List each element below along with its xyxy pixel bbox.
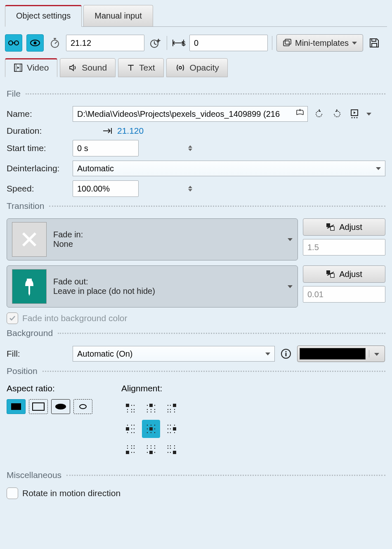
rotate-ccw-button[interactable]: [312, 107, 326, 121]
svg-point-89: [168, 428, 168, 429]
fadeout-thumb: [12, 269, 47, 304]
fadein-adjust-button[interactable]: Adjust: [303, 218, 385, 236]
svg-point-48: [134, 412, 135, 412]
fade-bg-checkbox[interactable]: [7, 312, 18, 324]
align-ml[interactable]: [121, 420, 139, 438]
tab-object-settings[interactable]: Object settings: [5, 5, 82, 27]
fill-value: Automatic (On): [77, 349, 132, 359]
link-toggle-button[interactable]: [5, 34, 22, 52]
chevron-down-icon: [352, 42, 357, 45]
svg-point-50: [147, 405, 148, 406]
eye-icon: [30, 39, 40, 47]
rotate-cw-button[interactable]: [330, 107, 344, 121]
svg-point-62: [170, 409, 171, 410]
svg-point-84: [154, 432, 155, 433]
save-button[interactable]: [367, 36, 381, 50]
align-br[interactable]: [163, 440, 181, 459]
svg-point-45: [134, 409, 135, 410]
svg-rect-36: [331, 274, 334, 277]
align-tc[interactable]: [142, 399, 160, 417]
fadein-thumb: [12, 222, 47, 257]
subtab-video[interactable]: Video: [5, 58, 57, 77]
fadeout-card[interactable]: Fade out: Leave in place (do not hide): [7, 265, 298, 308]
toolbar: s s Mini-templates: [5, 27, 387, 58]
svg-point-74: [131, 432, 132, 433]
duration-value[interactable]: 21.120: [117, 126, 144, 136]
deinterlacing-label: Deinterlacing:: [7, 163, 68, 173]
play-dots-icon: [350, 109, 361, 119]
auto-time-button[interactable]: [149, 36, 163, 50]
subtab-sound[interactable]: Sound: [60, 58, 116, 77]
speed-input[interactable]: [73, 182, 186, 195]
start-spinner[interactable]: [186, 145, 195, 151]
deinterlacing-select[interactable]: Automatic: [73, 161, 385, 176]
alignment-label: Alignment:: [121, 383, 181, 393]
aspect-fill[interactable]: [29, 399, 48, 414]
alignment-grid: [121, 399, 181, 459]
svg-rect-34: [28, 286, 30, 293]
svg-point-117: [170, 448, 171, 449]
visibility-toggle-button[interactable]: [26, 34, 44, 52]
svg-point-76: [147, 425, 148, 426]
start-time-input[interactable]: [73, 142, 186, 155]
speed-spinner[interactable]: [186, 186, 195, 192]
svg-point-83: [151, 432, 151, 433]
mini-templates-label: Mini-templates: [295, 38, 349, 48]
align-tr[interactable]: [163, 399, 181, 417]
adjust-icon: [326, 270, 335, 278]
align-tl[interactable]: [121, 399, 139, 417]
fill-label: Fill:: [7, 349, 68, 359]
svg-point-22: [179, 66, 182, 69]
aspect-stretch[interactable]: [51, 399, 70, 414]
opacity-icon: [175, 63, 186, 72]
stopwatch-button[interactable]: [48, 36, 62, 50]
fadeout-adjust-button[interactable]: Adjust: [303, 265, 385, 283]
chevron-down-icon[interactable]: [366, 113, 371, 116]
mini-templates-dropdown[interactable]: Mini-templates: [276, 34, 363, 52]
fadein-card[interactable]: Fade in: None: [7, 218, 298, 260]
chevron-down-icon: [288, 285, 293, 288]
align-mc[interactable]: [142, 420, 160, 438]
stopwatch-icon: [49, 37, 61, 49]
svg-rect-32: [326, 223, 330, 227]
align-bc[interactable]: [142, 440, 160, 459]
play-settings-button[interactable]: [348, 107, 362, 121]
check-icon: [9, 315, 16, 322]
pin-icon: [21, 276, 38, 297]
main-tab-bar: Object settings Manual input: [5, 5, 387, 27]
fill-select[interactable]: Automatic (On): [73, 346, 275, 362]
svg-point-109: [154, 448, 155, 449]
svg-point-91: [168, 432, 168, 433]
info-button[interactable]: [279, 347, 293, 361]
section-background: Background: [7, 328, 385, 338]
name-input[interactable]: [73, 106, 308, 122]
width-arrows-icon: [172, 39, 184, 47]
rotate-motion-checkbox[interactable]: [7, 487, 18, 499]
svg-point-102: [134, 452, 135, 453]
svg-rect-67: [126, 427, 129, 431]
svg-point-118: [174, 448, 175, 449]
svg-point-79: [147, 428, 148, 429]
fadeout-label: Fade out:: [53, 277, 281, 286]
aspect-crop[interactable]: [73, 399, 92, 414]
align-mr[interactable]: [163, 420, 181, 438]
subtab-opacity[interactable]: Opacity: [166, 58, 228, 77]
content: File Name: Duration: 21.120 Start time: …: [5, 77, 387, 511]
color-picker[interactable]: [297, 345, 385, 362]
aspect-fit[interactable]: [7, 399, 26, 414]
subtab-text[interactable]: Text: [118, 58, 164, 77]
svg-line-8: [55, 42, 57, 44]
adjust-label: Adjust: [339, 222, 362, 232]
offset-icon-button[interactable]: [171, 36, 185, 50]
align-bl[interactable]: [121, 440, 139, 459]
svg-point-65: [170, 412, 171, 412]
rotate-motion-label: Rotate in motion direction: [22, 488, 120, 498]
svg-rect-39: [286, 353, 287, 356]
svg-point-73: [127, 432, 128, 433]
text-icon: [127, 64, 135, 72]
link-icon: [8, 39, 19, 47]
svg-point-106: [154, 445, 155, 446]
svg-point-72: [134, 428, 135, 429]
browse-icon[interactable]: [295, 109, 305, 119]
tab-manual-input[interactable]: Manual input: [83, 5, 153, 26]
